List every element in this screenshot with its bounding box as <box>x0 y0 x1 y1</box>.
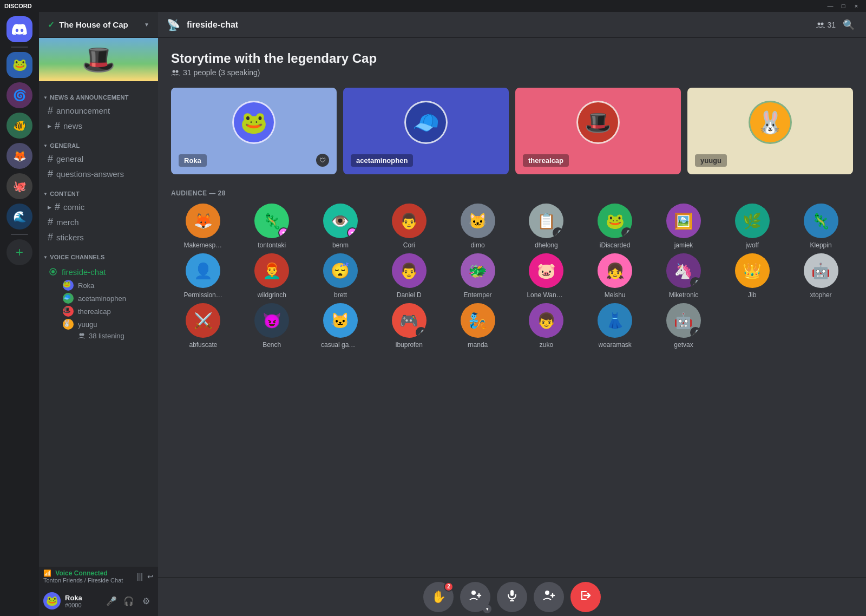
voice-connected-row: 📶 Voice Connected Tonton Friends / Fires… <box>43 569 154 586</box>
svg-point-5 <box>821 22 824 25</box>
audience-member-cori[interactable]: 👨 Cori <box>377 204 441 249</box>
hash-icon: # <box>48 217 53 228</box>
category-general[interactable]: ▼ GENERAL <box>39 134 158 151</box>
add-server-button[interactable]: + <box>6 239 32 265</box>
audience-member-casual-gamer[interactable]: 🐱 casual gamer <box>309 303 373 349</box>
channel-general[interactable]: # general <box>43 152 154 166</box>
audience-avatar: 📋 🎤 <box>529 204 563 238</box>
speaker-card-yuugu[interactable]: 🐰 yuugu <box>687 88 853 174</box>
speaker-avatar-acetaminophen: 🧢 <box>404 101 448 144</box>
title-bar-controls[interactable]: — □ × <box>825 3 862 9</box>
audience-member-getvax[interactable]: 🤖 🎤 getvax <box>652 303 716 349</box>
audience-member-benm[interactable]: 👁️ ✦ benm <box>309 204 373 249</box>
server-icon-6[interactable]: 🌊 <box>6 204 32 230</box>
server-icon-2[interactable]: 🌀 <box>6 82 32 108</box>
server-icon-3[interactable]: 🐠 <box>6 113 32 139</box>
audience-name: Lone Wanderer <box>527 291 566 299</box>
voice-disconnect-icon[interactable]: ↩ <box>147 572 154 581</box>
audience-member-meishu[interactable]: 👧 Meishu <box>583 253 647 299</box>
audience-avatar: 🐱 <box>323 303 358 338</box>
audience-member-permission-man[interactable]: 👤 Permission Man <box>171 253 235 299</box>
audience-member-ibuprofen[interactable]: 🎮 🎤 ibuprofen <box>377 303 441 349</box>
raise-hand-button[interactable]: ✋ 2 <box>423 582 454 612</box>
audience-member-kleppin[interactable]: 🦎 Kleppin <box>789 204 853 249</box>
category-news[interactable]: ▼ NEWS & ANNOUNCEMENT <box>39 86 158 103</box>
mute-button[interactable] <box>497 582 527 612</box>
audience-member-makemespeakrr[interactable]: 🦊 Makemespeakrr <box>171 204 235 249</box>
server-icon-4[interactable]: 🦊 <box>6 143 32 169</box>
voice-channel-fireside[interactable]: fireside-chat 🐸 Roka 🧢 acetaminophen <box>43 263 154 343</box>
close-btn[interactable]: × <box>851 3 862 9</box>
audience-name: getvax <box>674 341 693 349</box>
audience-member-abfuscate[interactable]: ⚔️ abfuscate <box>171 303 235 349</box>
member-name: Roka <box>78 281 94 290</box>
audience-member-jamiek[interactable]: 🖼️ jamiek <box>652 204 716 249</box>
audience-avatar: 👤 <box>186 253 220 288</box>
voice-member-yuugu: 🐰 yuugu <box>63 318 149 331</box>
audience-member-miketronic[interactable]: 🦄 🎤 Miketronic <box>652 253 716 299</box>
search-button[interactable]: 🔍 <box>840 16 857 34</box>
voice-member-acetaminophen: 🧢 acetaminophen <box>63 292 149 305</box>
leave-button[interactable] <box>570 582 601 612</box>
server-separator-2 <box>11 234 28 235</box>
audience-member-wearamask[interactable]: 👗 wearamask <box>583 303 647 349</box>
audience-name: Daniel D <box>397 291 422 299</box>
audience-member-dimo[interactable]: 🐱 dimo <box>445 204 510 249</box>
user-controls[interactable]: 🎤 🎧 ⚙ <box>104 593 154 608</box>
settings-button[interactable]: ⚙ <box>139 593 154 608</box>
mute-button[interactable]: 🎤 <box>104 593 119 608</box>
voice-controls[interactable]: ||| ↩ <box>137 572 154 581</box>
deafen-button[interactable]: 🎧 <box>121 593 136 608</box>
server-icon-discord[interactable] <box>6 16 32 42</box>
audience-member-bench[interactable]: 😈 Bench <box>240 303 304 349</box>
channel-header: 📡 fireside-chat 31 🔍 <box>158 12 866 38</box>
category-voice[interactable]: ▼ VOICE CHANNELS <box>39 245 158 263</box>
server-header[interactable]: ✓ The House of Cap ▼ <box>39 12 158 38</box>
audience-avatar: 🤖 🎤 <box>666 303 701 338</box>
audience-member-rnanda[interactable]: 🧞 rnanda <box>445 303 510 349</box>
audience-name: rnanda <box>468 341 488 349</box>
audience-member-entemper[interactable]: 🐲 Entemper <box>445 253 510 299</box>
speaker-card-acetaminophen[interactable]: 🧢 acetaminophen <box>343 88 509 174</box>
server-separator <box>11 47 28 48</box>
add-member-button[interactable] <box>534 582 564 612</box>
voice-member-roka: 🐸 Roka <box>63 279 149 292</box>
server-banner-image: 🎩 <box>39 38 158 81</box>
channel-merch[interactable]: # merch <box>43 215 154 230</box>
audience-member-lone-wanderer[interactable]: 🐷 Lone Wanderer <box>514 253 579 299</box>
audience-member-xtopher[interactable]: 🤖 xtopher <box>789 253 853 299</box>
audience-member-daniel-d[interactable]: 👨 Daniel D <box>377 253 441 299</box>
maximize-btn[interactable]: □ <box>838 3 849 9</box>
speaker-name-roka: Roka <box>179 154 207 167</box>
channel-name: news <box>63 121 82 130</box>
member-count: 31 <box>816 21 836 29</box>
audience-member-wildgrinch[interactable]: 👨‍🦰 wildgrinch <box>240 253 304 299</box>
app-body: 🐸 🌀 🐠 🦊 🐙 🌊 + ✓ The House of Cap ▼ <box>0 12 866 616</box>
channels-scroll: ▼ NEWS & ANNOUNCEMENT # announcement ▶ #… <box>39 81 158 567</box>
speaker-card-roka[interactable]: 🐸 Roka 🛡 <box>171 88 337 174</box>
channel-questions[interactable]: # questions-answers <box>43 167 154 181</box>
category-content[interactable]: ▼ CONTENT <box>39 182 158 199</box>
audience-member-dhelong[interactable]: 📋 🎤 dhelong <box>514 204 579 249</box>
minimize-btn[interactable]: — <box>825 3 836 9</box>
audience-member-brett[interactable]: 😴 brett <box>309 253 373 299</box>
server-icon-1[interactable]: 🐸 <box>6 52 32 78</box>
audience-member-zuko[interactable]: 👦 zuko <box>514 303 579 349</box>
channel-announcement[interactable]: # announcement <box>43 103 154 118</box>
voice-settings-icon[interactable]: ||| <box>137 572 143 581</box>
audience-avatar: 👧 <box>598 253 632 288</box>
boost-badge: ✦ <box>278 227 289 238</box>
invite-button[interactable]: ▾ <box>460 582 490 612</box>
channel-stickers[interactable]: # stickers <box>43 230 154 245</box>
voice-members: 🐸 Roka 🧢 acetaminophen 🎩 <box>48 279 149 341</box>
audience-avatar: 😈 <box>254 303 289 338</box>
channel-news[interactable]: ▶ # news <box>43 119 154 133</box>
audience-member-jwoff[interactable]: 🌿 jwoff <box>720 204 784 249</box>
speaker-card-therealcap[interactable]: 🎩 therealcap <box>515 88 681 174</box>
audience-member-tontontaki[interactable]: 🦎 ✦ tontontaki <box>240 204 304 249</box>
server-icon-5[interactable]: 🐙 <box>6 173 32 199</box>
svg-point-8 <box>471 591 476 595</box>
channel-comic[interactable]: ▶ # comic <box>43 200 154 214</box>
audience-member-idiscarded[interactable]: 🐸 🎤 iDiscarded <box>583 204 647 249</box>
audience-member-jib[interactable]: 👑 Jib <box>720 253 784 299</box>
